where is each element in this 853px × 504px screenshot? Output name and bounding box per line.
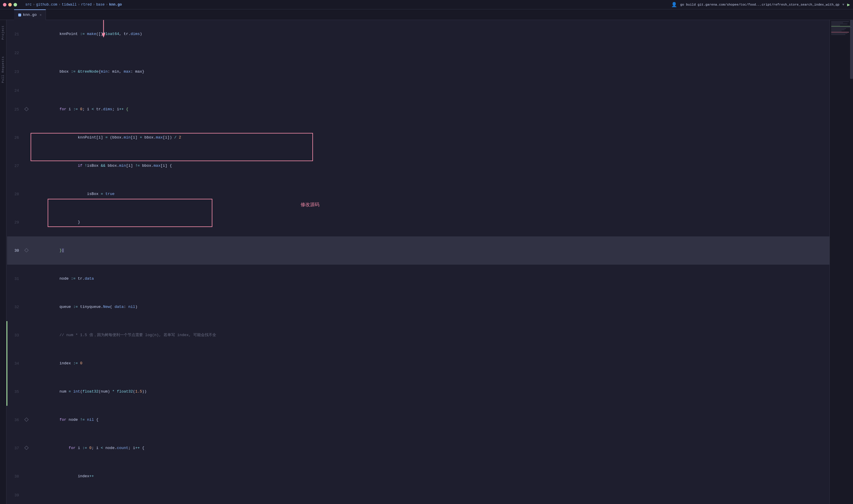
scrollbar-thumb[interactable] [850,20,853,79]
minimize-icon[interactable] [8,3,12,6]
line-gutter [23,95,30,124]
line-gutter [23,500,30,504]
line-number: 37 [7,434,23,462]
line-number: 22 [7,48,23,58]
line-number: 32 [7,293,23,321]
table-row: 38 index++ [7,462,830,490]
table-row: 35 num = int(float32(num) * float32(1.5)… [7,378,830,406]
line-content: if index > num { [30,500,830,504]
line-number: 23 [7,58,23,86]
close-icon[interactable] [3,3,6,6]
breadcrumb-rtred: rtred [81,3,92,7]
breadcrumb-sep1: › [33,3,35,7]
line-gutter [23,462,30,490]
go-build-path: go build git.garena.com/shopee/toc/food.… [680,3,839,6]
line-number: 29 [7,208,23,236]
activity-project: Project [0,23,6,42]
line-content: node := tr.data [30,265,830,293]
line-number: 21 [7,20,23,48]
table-row: 37 for i := 0; i < node.count; i++ { [7,434,830,462]
line-content: knnPoint[i] = (bbox.min[i] + bbox.max[i]… [30,124,830,152]
table-row: 33 // num * 1.5 倍，因为树每便利一个节点需要 log(n), 若… [7,321,830,349]
maximize-icon[interactable] [14,3,17,6]
line-gutter [23,321,30,349]
red-arrow [104,20,121,45]
line-number: 33 [7,321,23,349]
line-number: 27 [7,152,23,180]
line-content: index++ [30,462,830,490]
line-number: 40 [7,500,23,504]
line-gutter [23,236,30,265]
line-gutter [23,58,30,86]
table-row: 31 node := tr.data [7,265,830,293]
gutter-diamond-37 [24,446,28,450]
line-gutter [23,293,30,321]
line-content: if !isBox && bbox.min[i] != bbox.max[i] … [30,152,830,180]
table-row: 27 if !isBox && bbox.min[i] != bbox.max[… [7,152,830,180]
table-row: 22 [7,48,830,58]
line-gutter [23,349,30,378]
minimap [830,20,853,504]
breadcrumb-sep2: › [58,3,60,7]
breadcrumb-src: src [25,3,32,7]
gutter-diamond-25 [24,107,28,111]
code-editor[interactable]: 修改源码 21 knnPoint := make([]float64, tr.d… [6,20,830,504]
line-gutter [23,152,30,180]
tab-bar: knn.go ✕ [0,10,853,20]
main-layout: Project Pull Requests 修改源码 21 [0,20,853,504]
table-row: 24 [7,86,830,95]
breadcrumb-sep5: › [106,3,108,7]
breadcrumb-github: github.com [36,3,57,7]
table-row: 28 isBox = true [7,180,830,208]
run-icon[interactable]: ▶ [847,2,850,8]
tab-close-icon[interactable]: ✕ [40,13,42,17]
line-number: 38 [7,462,23,490]
line-content: // num * 1.5 倍，因为树每便利一个节点需要 log(n), 若单写 … [30,321,830,349]
line-content [30,48,830,58]
line-number: 28 [7,180,23,208]
line-number: 35 [7,378,23,406]
window-controls [3,3,17,6]
titlebar-right: 👤 go build git.garena.com/shopee/toc/foo… [671,2,850,8]
gutter-diamond-30 [24,248,28,252]
table-row: 36 for node != nil { [7,406,830,434]
table-row: 32 queue := tinyqueue.New( data: nil) [7,293,830,321]
dropdown-icon[interactable]: ▼ [842,3,845,6]
annotation-label: 修改源码 [301,202,319,208]
line-number: 25 [7,95,23,124]
line-content: }| [30,236,830,265]
line-gutter [23,180,30,208]
line-number: 31 [7,265,23,293]
gutter-diamond-36 [24,417,28,422]
table-row: 40 if index > num { [7,500,830,504]
titlebar: src › github.com › tidwall › rtred › bas… [0,0,853,10]
line-content: for i := 0; i < tr.dims; i++ { [30,95,830,124]
line-gutter [23,20,30,48]
line-gutter [23,434,30,462]
line-content: queue := tinyqueue.New( data: nil) [30,293,830,321]
line-gutter [23,490,30,500]
line-content: } [30,208,830,236]
line-content: bbox := &treeNode{min: min, max: max} [30,58,830,86]
activity-pullrequests: Pull Requests [0,54,6,85]
line-number: 30 [7,236,23,265]
line-gutter [23,265,30,293]
line-gutter [23,406,30,434]
table-row: 34 index := 0 [7,349,830,378]
line-content: index := 0 [30,349,830,378]
tab-label: knn.go [23,13,37,17]
line-gutter [23,378,30,406]
line-number: 34 [7,349,23,378]
line-content: for i := 0; i < node.count; i++ { [30,434,830,462]
user-icon[interactable]: 👤 [671,2,677,8]
breadcrumb-base: base [96,3,105,7]
line-number: 24 [7,86,23,95]
tab-knn-go[interactable]: knn.go ✕ [14,10,46,20]
table-row: 21 knnPoint := make([]float64, tr.dims) [7,20,830,48]
activity-bar: Project Pull Requests [0,20,6,504]
line-gutter [23,86,30,95]
table-row: 26 knnPoint[i] = (bbox.min[i] + bbox.max… [7,124,830,152]
minimap-content [831,21,852,35]
line-content: for node != nil { [30,406,830,434]
breadcrumb-file: knn.go [109,3,122,7]
